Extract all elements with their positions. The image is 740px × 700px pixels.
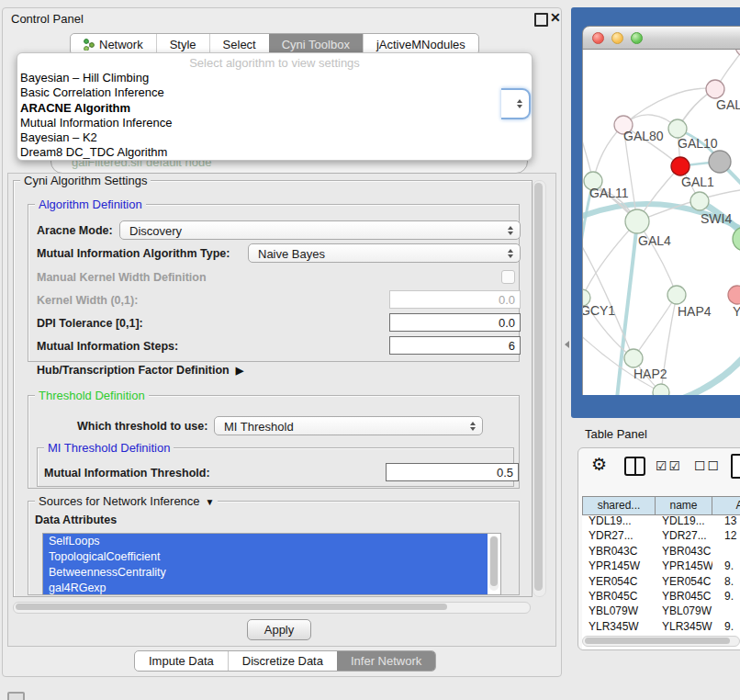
group-title: Algorithm Definition: [35, 198, 146, 211]
table-cell: YLR345W: [582, 619, 656, 634]
column-header[interactable]: A: [712, 497, 740, 514]
tab-impute-data[interactable]: Impute Data: [135, 651, 228, 671]
mi-algorithm-type-label: Mutual Information Algorithm Type:: [37, 247, 230, 260]
table-row[interactable]: YPR145WYPR145W9.: [582, 559, 740, 573]
splitter-grip[interactable]: [565, 341, 569, 348]
network-node-hap4[interactable]: [667, 286, 686, 304]
close-traffic-light-icon[interactable]: [592, 32, 604, 44]
table-panel-title: Table Panel: [585, 427, 647, 441]
algorithm-option[interactable]: Mutual Information Inference: [17, 116, 532, 130]
mi-steps-label: Mutual Information Steps:: [37, 340, 178, 353]
network-edge[interactable]: [623, 88, 715, 125]
table-body: YDL19...YDL19...13YDR27...YDR27...12YBR0…: [582, 514, 740, 649]
zoom-traffic-light-icon[interactable]: [631, 32, 643, 44]
collapse-arrow-icon[interactable]: ▼: [206, 497, 215, 507]
aracne-mode-label: Aracne Mode:: [37, 224, 113, 237]
table-cell: YDR27...: [656, 528, 712, 543]
checked-boxes-icon[interactable]: ☑☑: [656, 458, 682, 473]
list-item[interactable]: TopologicalCoefficient: [43, 549, 488, 565]
network-node[interactable]: [653, 384, 669, 395]
algorithm-option[interactable]: Bayesian – Hill Climbing: [17, 71, 532, 85]
algorithm-option[interactable]: Dream8 DC_TDC Algorithm: [17, 145, 532, 160]
table-cell: YER054C: [656, 574, 712, 589]
table-row[interactable]: YLR345WYLR345W9.: [582, 619, 740, 634]
network-node-hap2[interactable]: [624, 349, 643, 367]
table-cell: YBR043C: [582, 544, 656, 559]
network-window-titlebar[interactable]: [582, 26, 740, 50]
settings-horizontal-scrollbar[interactable]: [13, 602, 531, 614]
tab-cyni-toolbox[interactable]: Cyni Toolbox: [269, 34, 363, 54]
table-row[interactable]: YDL19...YDL19...13: [582, 514, 740, 528]
table-cell: YBR043C: [656, 544, 712, 559]
kernel-width-field[interactable]: 0.0: [389, 290, 521, 309]
gear-icon[interactable]: ⚙: [591, 454, 607, 475]
mi-algorithm-type-select[interactable]: Naive Bayes: [248, 243, 521, 263]
node-label: HAP2: [633, 367, 667, 381]
table-cell: 9.: [712, 589, 740, 604]
minimize-traffic-light-icon[interactable]: [611, 32, 623, 44]
float-window-icon[interactable]: [534, 13, 548, 27]
table-row[interactable]: YBR045CYBR045C9.: [582, 589, 740, 604]
network-node[interactable]: [733, 227, 740, 251]
table-cell: YDL19...: [582, 514, 656, 528]
network-node-y[interactable]: [728, 286, 740, 304]
algorithm-option-selected[interactable]: ARACNE Algorithm: [17, 101, 532, 116]
hub-transcription-section[interactable]: Hub/Transcription Factor Definition▶: [37, 364, 243, 377]
tab-discretize-data[interactable]: Discretize Data: [228, 651, 337, 671]
node-label: Y: [733, 304, 740, 319]
table-cell: YBR045C: [582, 589, 656, 604]
network-node-gal1[interactable]: [671, 157, 690, 175]
algorithm-option[interactable]: Basic Correlation Inference: [17, 85, 532, 100]
table-cell: YBL079W: [656, 604, 712, 618]
close-icon[interactable]: ✕: [550, 10, 561, 25]
kernel-width-label: Kernel Width (0,1):: [37, 294, 138, 307]
column-header[interactable]: shared...: [582, 497, 656, 514]
list-item[interactable]: gal4RGexp: [43, 581, 488, 595]
settings-vertical-scrollbar[interactable]: [533, 180, 546, 597]
corner-widget-icon[interactable]: [7, 692, 25, 700]
list-vertical-scrollbar[interactable]: [489, 536, 499, 591]
table-cell: 8.: [712, 574, 740, 589]
table-row[interactable]: YER054CYER054C8.: [582, 574, 740, 589]
table-row[interactable]: YBL079WYBL079W: [582, 604, 740, 618]
tab-style[interactable]: Style: [156, 34, 209, 54]
document-icon[interactable]: [731, 454, 740, 479]
tab-jactivemnodules[interactable]: jActiveMNodules: [363, 34, 478, 54]
algorithm-option[interactable]: Bayesian – K2: [17, 130, 532, 145]
network-node-gal[interactable]: [706, 80, 724, 98]
dpi-tolerance-field[interactable]: 0.0: [389, 313, 521, 332]
manual-kernel-label: Manual Kernel Width Definition: [37, 271, 207, 284]
tab-select[interactable]: Select: [209, 34, 269, 54]
column-header[interactable]: name: [656, 497, 712, 514]
list-item[interactable]: SelfLoops: [43, 534, 488, 549]
selected-value: Naive Bayes: [258, 247, 325, 261]
table-row[interactable]: YBR043CYBR043C: [582, 544, 740, 559]
unchecked-boxes-icon[interactable]: ☐☐: [694, 458, 721, 473]
network-canvas[interactable]: GALGAL80GAL10GAL1GAL11SWI4GAL4GCY1HAP4YH…: [582, 50, 740, 395]
network-edge[interactable]: [682, 352, 740, 395]
aracne-mode-select[interactable]: Discovery: [119, 220, 521, 240]
columns-icon[interactable]: [624, 457, 645, 476]
mi-threshold-label: Mutual Information Threshold:: [44, 467, 210, 480]
network-node-gal10[interactable]: [668, 119, 687, 138]
apply-button[interactable]: Apply: [247, 619, 311, 640]
mi-steps-field[interactable]: 6: [389, 336, 521, 355]
table-row[interactable]: YDR27...YDR27...12: [582, 528, 740, 543]
list-item[interactable]: BetweennessCentrality: [43, 565, 488, 581]
data-attributes-list[interactable]: SelfLoops TopologicalCoefficient Between…: [42, 533, 501, 595]
expand-arrow-icon[interactable]: ▶: [236, 365, 243, 376]
algorithm-combo-fragment[interactable]: [501, 88, 531, 119]
mi-threshold-field[interactable]: 0.5: [386, 463, 519, 481]
spinner-arrows-icon: [508, 226, 513, 235]
tab-network[interactable]: Network: [71, 34, 156, 54]
network-node[interactable]: [709, 151, 731, 173]
table-horizontal-scrollbar[interactable]: [582, 636, 740, 647]
manual-kernel-checkbox[interactable]: [501, 270, 515, 284]
tab-infer-network[interactable]: Infer Network: [337, 651, 435, 671]
which-threshold-select[interactable]: MI Threshold: [214, 416, 483, 435]
group-title[interactable]: Sources for Network Inference▼: [35, 494, 218, 508]
network-node-gal4[interactable]: [625, 209, 649, 233]
table-cell: [712, 604, 740, 618]
network-node-swi4[interactable]: [690, 192, 709, 210]
table-cell: 13: [712, 514, 740, 528]
